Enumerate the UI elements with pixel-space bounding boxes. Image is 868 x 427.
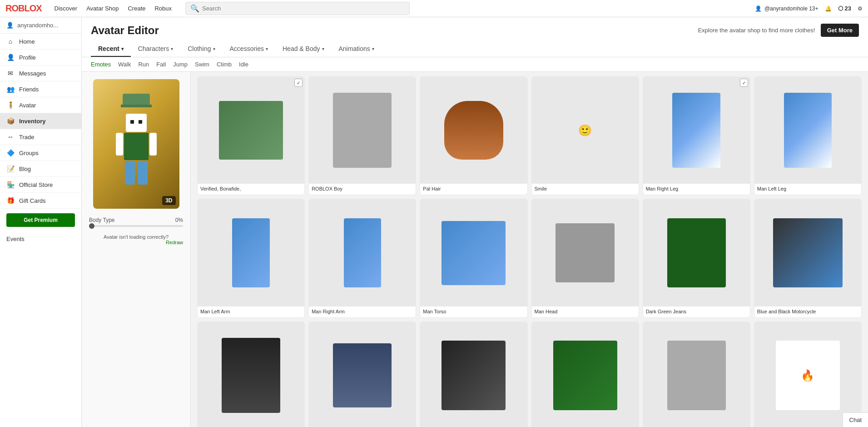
avatar-figure bbox=[116, 104, 157, 185]
groups-icon: 🔷 bbox=[6, 149, 15, 156]
robux-icon: ⬡ bbox=[838, 5, 843, 12]
item-card[interactable]: 🙂Smile bbox=[531, 76, 639, 195]
item-image: ✓ bbox=[198, 77, 304, 184]
search-icon: 🔍 bbox=[190, 4, 199, 13]
sidebar-item-messages[interactable]: ✉ Messages bbox=[0, 65, 81, 81]
sidebar-item-avatar[interactable]: 🧍 Avatar bbox=[0, 97, 81, 113]
tab-head-body[interactable]: Head & Body ▾ bbox=[275, 41, 332, 57]
get-premium-button[interactable]: Get Premium bbox=[6, 213, 75, 227]
item-image bbox=[420, 199, 527, 306]
sidebar-item-profile[interactable]: 👤 Profile bbox=[0, 50, 81, 65]
item-card[interactable]: Blockhead bbox=[643, 322, 750, 427]
item-image: 🙂 bbox=[532, 77, 639, 184]
avatar-preview: 3D bbox=[93, 79, 179, 209]
sub-tab-swim[interactable]: Swim bbox=[195, 61, 209, 68]
sub-tab-jump[interactable]: Jump bbox=[173, 61, 188, 68]
tab-clothing-label: Clothing bbox=[188, 45, 211, 52]
item-card[interactable]: Man Right Arm bbox=[308, 199, 416, 317]
page-header: Avatar Editor Explore the avatar shop to… bbox=[82, 17, 868, 57]
tab-animations[interactable]: Animations ▾ bbox=[332, 41, 382, 57]
sidebar-item-trade[interactable]: ↔ Trade bbox=[0, 129, 81, 145]
search-input[interactable] bbox=[202, 5, 405, 12]
tab-clothing[interactable]: Clothing ▾ bbox=[180, 41, 222, 57]
sub-tabs-row: Emotes Walk Run Fall Jump Swim Climb Idl… bbox=[82, 57, 868, 72]
item-card[interactable]: Green Jersey bbox=[531, 322, 639, 427]
item-name: Verified, Bonafide, bbox=[198, 184, 304, 195]
avatar-panel: 3D Body Type 0% Avatar isn't loading cor… bbox=[82, 72, 191, 427]
tab-accessories[interactable]: Accessories ▾ bbox=[223, 41, 275, 57]
item-image bbox=[643, 322, 750, 427]
chat-bar[interactable]: Chat bbox=[843, 412, 868, 427]
sidebar-item-home[interactable]: ⌂ Home bbox=[0, 34, 81, 50]
sidebar-item-events[interactable]: Events bbox=[0, 231, 81, 246]
item-card[interactable]: Jean Shorts with White bbox=[308, 322, 416, 427]
item-visual bbox=[553, 341, 617, 410]
sidebar-gift-label: Gift Cards bbox=[19, 197, 46, 204]
friends-icon: 👥 bbox=[6, 85, 15, 93]
item-card[interactable]: Pal Hair bbox=[420, 76, 527, 195]
settings-icon[interactable]: ⚙ bbox=[858, 5, 863, 12]
tab-animations-label: Animations bbox=[339, 45, 370, 52]
item-card[interactable]: Dark Green Jeans bbox=[643, 199, 750, 317]
sidebar-item-blog[interactable]: 📝 Blog bbox=[0, 161, 81, 177]
item-visual bbox=[333, 93, 392, 168]
tab-recent[interactable]: Recent ▾ bbox=[91, 41, 131, 57]
item-visual: 🔥 bbox=[776, 341, 840, 410]
svg-rect-1 bbox=[130, 120, 134, 124]
sidebar-home-label: Home bbox=[19, 38, 35, 45]
svg-rect-0 bbox=[127, 115, 146, 131]
item-card[interactable]: Man Torso bbox=[420, 199, 527, 317]
item-card[interactable]: Blue and Black Motorcycle bbox=[754, 199, 862, 317]
sub-tab-emotes[interactable]: Emotes bbox=[91, 61, 111, 68]
get-more-button[interactable]: Get More bbox=[821, 24, 859, 37]
item-card[interactable]: ✓Verified, Bonafide, bbox=[197, 76, 305, 195]
item-name: Man Torso bbox=[420, 306, 527, 317]
item-image bbox=[309, 77, 416, 184]
tab-clothing-arrow: ▾ bbox=[213, 46, 215, 51]
sidebar-item-gift-cards[interactable]: 🎁 Gift Cards bbox=[0, 193, 81, 209]
sidebar-store-label: Official Store bbox=[19, 181, 53, 188]
sidebar-avatar-label: Avatar bbox=[19, 102, 36, 109]
nav-discover[interactable]: Discover bbox=[55, 5, 78, 12]
page-title: Avatar Editor bbox=[91, 24, 159, 37]
promo-text: Explore the avatar shop to find more clo… bbox=[698, 27, 815, 34]
sidebar-item-inventory[interactable]: 📦 Inventory bbox=[0, 113, 81, 129]
item-card[interactable]: ROBLOX Boy bbox=[308, 76, 416, 195]
sidebar-blog-label: Blog bbox=[19, 166, 31, 172]
sidebar-item-official-store[interactable]: 🏪 Official Store bbox=[0, 177, 81, 193]
item-card[interactable]: Man Left Leg bbox=[754, 76, 862, 195]
item-visual bbox=[784, 93, 832, 168]
item-card[interactable]: Black Jeans with Sneakers bbox=[197, 322, 305, 427]
notification-icon[interactable]: 🔔 bbox=[825, 5, 832, 12]
tab-characters[interactable]: Characters ▾ bbox=[131, 41, 180, 57]
sidebar-item-friends[interactable]: 👥 Friends bbox=[0, 81, 81, 97]
sub-tab-idle[interactable]: Idle bbox=[239, 61, 248, 68]
body-type-slider[interactable] bbox=[89, 225, 183, 227]
item-visual bbox=[441, 341, 506, 410]
sub-tab-walk[interactable]: Walk bbox=[118, 61, 131, 68]
sub-tab-run[interactable]: Run bbox=[138, 61, 149, 68]
item-card[interactable]: Guitar Tee with Black bbox=[420, 322, 527, 427]
trade-icon: ↔ bbox=[6, 133, 15, 141]
sub-tab-fall[interactable]: Fall bbox=[156, 61, 166, 68]
item-card[interactable]: 🔥Bloxxer bbox=[754, 322, 862, 427]
tab-headbody-label: Head & Body bbox=[283, 45, 320, 52]
nav-robux[interactable]: Robux bbox=[154, 5, 172, 12]
avatar-left-arm bbox=[116, 133, 123, 156]
item-card[interactable]: Man Head bbox=[531, 199, 639, 317]
item-image bbox=[420, 77, 527, 184]
item-image bbox=[309, 199, 416, 306]
body-type-thumb[interactable] bbox=[89, 223, 94, 229]
nav-create[interactable]: Create bbox=[128, 5, 145, 12]
nav-avatar-shop[interactable]: Avatar Shop bbox=[86, 5, 119, 12]
redraw-link[interactable]: Redraw bbox=[89, 240, 183, 245]
sidebar-item-groups[interactable]: 🔷 Groups bbox=[0, 145, 81, 161]
sidebar: 👤 anyrandomho... ⌂ Home 👤 Profile ✉ Mess… bbox=[0, 17, 82, 427]
item-visual bbox=[672, 93, 720, 168]
sub-tab-climb[interactable]: Climb bbox=[217, 61, 232, 68]
item-card[interactable]: Man Left Arm bbox=[197, 199, 305, 317]
messages-icon: ✉ bbox=[6, 70, 15, 77]
item-card[interactable]: ✓Man Right Leg bbox=[643, 76, 750, 195]
user-info: 👤 @anyrandomhole 13+ bbox=[755, 5, 818, 12]
sidebar-user: 👤 anyrandomho... bbox=[0, 17, 81, 34]
